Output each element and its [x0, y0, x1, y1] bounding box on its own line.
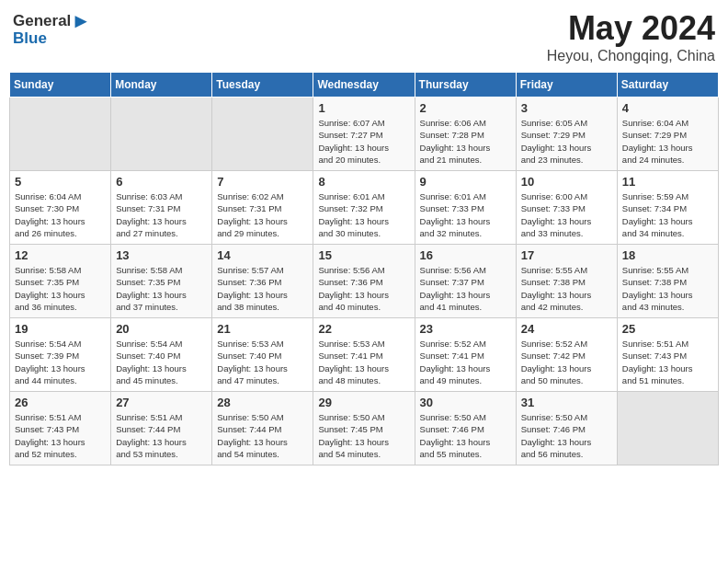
- day-info: Sunrise: 5:56 AM Sunset: 7:37 PM Dayligh…: [420, 264, 511, 313]
- day-header-thursday: Thursday: [415, 73, 516, 98]
- day-header-saturday: Saturday: [617, 73, 718, 98]
- day-number: 8: [318, 175, 409, 189]
- day-cell-17: 17Sunrise: 5:55 AM Sunset: 7:38 PM Dayli…: [516, 245, 617, 318]
- day-info: Sunrise: 5:50 AM Sunset: 7:46 PM Dayligh…: [521, 411, 612, 460]
- empty-cell: [212, 98, 313, 171]
- calendar-table: SundayMondayTuesdayWednesdayThursdayFrid…: [9, 72, 719, 465]
- day-cell-31: 31Sunrise: 5:50 AM Sunset: 7:46 PM Dayli…: [516, 392, 617, 465]
- day-cell-28: 28Sunrise: 5:50 AM Sunset: 7:44 PM Dayli…: [212, 392, 313, 465]
- day-info: Sunrise: 5:50 AM Sunset: 7:45 PM Dayligh…: [318, 411, 409, 460]
- day-info: Sunrise: 5:59 AM Sunset: 7:34 PM Dayligh…: [622, 190, 713, 239]
- day-cell-7: 7Sunrise: 6:02 AM Sunset: 7:31 PM Daylig…: [212, 171, 313, 245]
- day-info: Sunrise: 6:06 AM Sunset: 7:28 PM Dayligh…: [420, 117, 511, 166]
- location-subtitle: Heyou, Chongqing, China: [547, 48, 715, 64]
- day-header-sunday: Sunday: [10, 73, 111, 98]
- day-cell-12: 12Sunrise: 5:58 AM Sunset: 7:35 PM Dayli…: [10, 245, 111, 318]
- day-cell-19: 19Sunrise: 5:54 AM Sunset: 7:39 PM Dayli…: [10, 318, 111, 392]
- day-cell-8: 8Sunrise: 6:01 AM Sunset: 7:32 PM Daylig…: [313, 171, 415, 245]
- day-number: 10: [521, 175, 612, 189]
- day-info: Sunrise: 5:51 AM Sunset: 7:43 PM Dayligh…: [15, 411, 106, 460]
- day-number: 28: [217, 396, 308, 409]
- day-number: 16: [420, 248, 511, 262]
- day-number: 4: [622, 101, 713, 115]
- day-number: 1: [318, 101, 409, 115]
- day-info: Sunrise: 5:51 AM Sunset: 7:43 PM Dayligh…: [622, 338, 713, 386]
- day-number: 22: [318, 322, 409, 336]
- day-number: 2: [420, 101, 511, 115]
- day-number: 23: [420, 322, 511, 336]
- day-cell-26: 26Sunrise: 5:51 AM Sunset: 7:43 PM Dayli…: [10, 392, 111, 465]
- day-number: 26: [15, 396, 106, 409]
- day-info: Sunrise: 5:52 AM Sunset: 7:41 PM Dayligh…: [420, 338, 511, 386]
- day-number: 29: [318, 396, 409, 409]
- day-info: Sunrise: 5:54 AM Sunset: 7:40 PM Dayligh…: [116, 338, 207, 386]
- day-header-wednesday: Wednesday: [313, 73, 415, 98]
- day-cell-4: 4Sunrise: 6:04 AM Sunset: 7:29 PM Daylig…: [617, 98, 718, 171]
- day-cell-9: 9Sunrise: 6:01 AM Sunset: 7:33 PM Daylig…: [415, 171, 516, 245]
- day-info: Sunrise: 6:01 AM Sunset: 7:32 PM Dayligh…: [318, 190, 409, 239]
- day-info: Sunrise: 5:53 AM Sunset: 7:41 PM Dayligh…: [318, 338, 409, 386]
- day-info: Sunrise: 5:54 AM Sunset: 7:39 PM Dayligh…: [15, 338, 106, 386]
- day-number: 30: [420, 396, 511, 409]
- day-cell-22: 22Sunrise: 5:53 AM Sunset: 7:41 PM Dayli…: [313, 318, 415, 392]
- logo-blue: Blue: [13, 29, 47, 48]
- day-cell-21: 21Sunrise: 5:53 AM Sunset: 7:40 PM Dayli…: [212, 318, 313, 392]
- day-cell-24: 24Sunrise: 5:52 AM Sunset: 7:42 PM Dayli…: [516, 318, 617, 392]
- day-cell-10: 10Sunrise: 6:00 AM Sunset: 7:33 PM Dayli…: [516, 171, 617, 245]
- day-number: 21: [217, 322, 308, 336]
- week-row-2: 5Sunrise: 6:04 AM Sunset: 7:30 PM Daylig…: [10, 171, 719, 245]
- day-number: 27: [116, 396, 207, 409]
- day-info: Sunrise: 5:50 AM Sunset: 7:44 PM Dayligh…: [217, 411, 308, 460]
- day-number: 7: [217, 175, 308, 189]
- logo-general: General: [13, 12, 71, 30]
- day-info: Sunrise: 5:53 AM Sunset: 7:40 PM Dayligh…: [217, 338, 308, 386]
- day-info: Sunrise: 5:58 AM Sunset: 7:35 PM Dayligh…: [116, 264, 207, 313]
- day-number: 24: [521, 322, 612, 336]
- empty-cell: [10, 98, 111, 171]
- day-info: Sunrise: 6:04 AM Sunset: 7:29 PM Dayligh…: [622, 117, 713, 166]
- day-number: 20: [116, 322, 207, 336]
- day-header-monday: Monday: [111, 73, 212, 98]
- week-row-1: 1Sunrise: 6:07 AM Sunset: 7:27 PM Daylig…: [10, 98, 719, 171]
- day-number: 25: [622, 322, 713, 336]
- day-number: 9: [420, 175, 511, 189]
- day-number: 31: [521, 396, 612, 409]
- day-number: 17: [521, 248, 612, 262]
- day-number: 3: [521, 101, 612, 115]
- day-cell-6: 6Sunrise: 6:03 AM Sunset: 7:31 PM Daylig…: [111, 171, 212, 245]
- day-cell-25: 25Sunrise: 5:51 AM Sunset: 7:43 PM Dayli…: [617, 318, 718, 392]
- header: General ► Blue May 2024 Heyou, Chongqing…: [9, 9, 719, 64]
- day-cell-30: 30Sunrise: 5:50 AM Sunset: 7:46 PM Dayli…: [415, 392, 516, 465]
- day-info: Sunrise: 5:50 AM Sunset: 7:46 PM Dayligh…: [420, 411, 511, 460]
- day-info: Sunrise: 6:05 AM Sunset: 7:29 PM Dayligh…: [521, 117, 612, 166]
- day-cell-14: 14Sunrise: 5:57 AM Sunset: 7:36 PM Dayli…: [212, 245, 313, 318]
- day-info: Sunrise: 5:51 AM Sunset: 7:44 PM Dayligh…: [116, 411, 207, 460]
- day-cell-16: 16Sunrise: 5:56 AM Sunset: 7:37 PM Dayli…: [415, 245, 516, 318]
- logo-bird-icon: ►: [71, 9, 91, 33]
- day-number: 11: [622, 175, 713, 189]
- day-info: Sunrise: 5:57 AM Sunset: 7:36 PM Dayligh…: [217, 264, 308, 313]
- day-cell-29: 29Sunrise: 5:50 AM Sunset: 7:45 PM Dayli…: [313, 392, 415, 465]
- day-info: Sunrise: 6:03 AM Sunset: 7:31 PM Dayligh…: [116, 190, 207, 239]
- day-header-friday: Friday: [516, 73, 617, 98]
- day-number: 15: [318, 248, 409, 262]
- day-cell-15: 15Sunrise: 5:56 AM Sunset: 7:36 PM Dayli…: [313, 245, 415, 318]
- day-number: 12: [15, 248, 106, 262]
- day-info: Sunrise: 5:56 AM Sunset: 7:36 PM Dayligh…: [318, 264, 409, 313]
- day-number: 19: [15, 322, 106, 336]
- day-info: Sunrise: 6:02 AM Sunset: 7:31 PM Dayligh…: [217, 190, 308, 239]
- day-number: 13: [116, 248, 207, 262]
- day-cell-3: 3Sunrise: 6:05 AM Sunset: 7:29 PM Daylig…: [516, 98, 617, 171]
- week-row-4: 19Sunrise: 5:54 AM Sunset: 7:39 PM Dayli…: [10, 318, 719, 392]
- day-number: 6: [116, 175, 207, 189]
- day-cell-5: 5Sunrise: 6:04 AM Sunset: 7:30 PM Daylig…: [10, 171, 111, 245]
- week-row-5: 26Sunrise: 5:51 AM Sunset: 7:43 PM Dayli…: [10, 392, 719, 465]
- day-cell-18: 18Sunrise: 5:55 AM Sunset: 7:38 PM Dayli…: [617, 245, 718, 318]
- day-header-tuesday: Tuesday: [212, 73, 313, 98]
- month-year-title: May 2024: [547, 9, 715, 48]
- day-info: Sunrise: 5:55 AM Sunset: 7:38 PM Dayligh…: [521, 264, 612, 313]
- day-number: 18: [622, 248, 713, 262]
- day-info: Sunrise: 6:07 AM Sunset: 7:27 PM Dayligh…: [318, 117, 409, 166]
- day-cell-27: 27Sunrise: 5:51 AM Sunset: 7:44 PM Dayli…: [111, 392, 212, 465]
- day-info: Sunrise: 6:04 AM Sunset: 7:30 PM Dayligh…: [15, 190, 106, 239]
